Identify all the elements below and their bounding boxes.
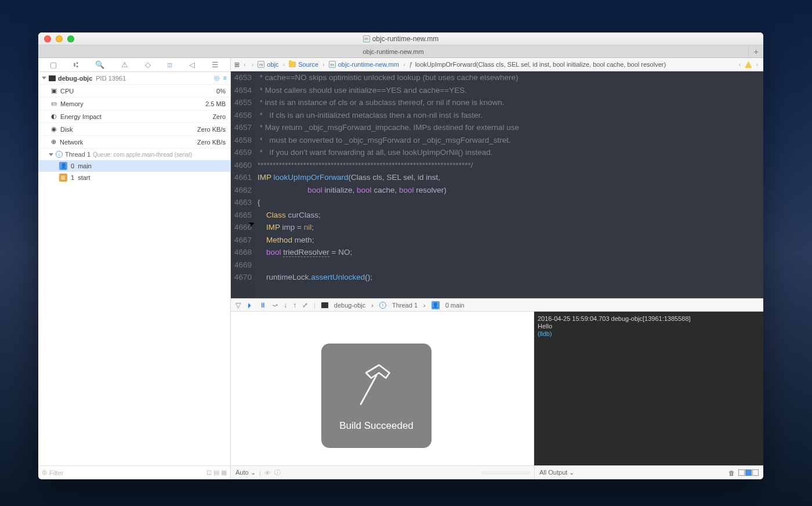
- console-line-1: 2016-04-25 15:59:04.703 debug-objc[13961…: [538, 315, 691, 322]
- code-text[interactable]: * cache==NO skips optimistic unlocked lo…: [255, 71, 763, 298]
- forward-icon[interactable]: ›: [250, 61, 256, 68]
- debug-frame[interactable]: 0 main: [445, 302, 465, 309]
- memory-label: Memory: [60, 100, 84, 107]
- step-out-icon[interactable]: ↑: [293, 301, 296, 309]
- add-tab-button[interactable]: +: [748, 47, 763, 56]
- jump-bar: ⊞ ‹ › m objc › Source › m objc-runtime-n…: [231, 58, 763, 71]
- frame-name: start: [78, 174, 90, 181]
- memory-icon: ▭: [51, 100, 57, 107]
- bottom-bar: Auto ⌄ | 👁 ⓘ All Output ⌄ 🗑: [231, 465, 763, 479]
- breakpoints-icon[interactable]: ⏵: [246, 301, 253, 309]
- editor-column: ⊞ ‹ › m objc › Source › m objc-runtime-n…: [231, 58, 763, 479]
- jump-project[interactable]: objc: [267, 61, 278, 68]
- toast-message: Build Succeeded: [339, 420, 414, 432]
- process-header[interactable]: debug-objc PID 13961 ◎ ≡: [38, 72, 230, 85]
- pane-toggle[interactable]: [738, 469, 759, 476]
- debug-bar: ▽ ⏵ ⏸ ⤻ ↓ ↑ ⤢ | debug-objc › i Thread 1 …: [231, 298, 763, 312]
- filter-opt-3-icon[interactable]: ▦: [221, 469, 227, 476]
- jump-folder[interactable]: Source: [298, 61, 318, 68]
- console-line-2: Hello: [538, 323, 552, 330]
- network-icon: ⊕: [51, 138, 56, 146]
- hammer-icon: [350, 360, 403, 412]
- debug-navigator: ▢ ⑆ 🔍 ⚠ ◇ ⎅ ◁ ☰ debug-objc PID 13961 ◎ ≡: [38, 58, 231, 479]
- thread-queue: Queue: com.apple.main-thread (serial): [93, 151, 192, 158]
- console-view[interactable]: 2016-04-25 15:59:04.703 debug-objc[13961…: [534, 312, 763, 465]
- view-debug-icon[interactable]: ⤢: [302, 301, 308, 309]
- network-label: Network: [60, 139, 83, 146]
- navigator-selector: ▢ ⑆ 🔍 ⚠ ◇ ⎅ ◁ ☰: [38, 58, 230, 72]
- disk-label: Disk: [60, 126, 72, 133]
- variables-footer: Auto ⌄ | 👁 ⓘ: [231, 466, 534, 479]
- file-icon: m: [329, 61, 336, 68]
- terminal-icon: [49, 75, 56, 81]
- console-footer: All Output ⌄ 🗑: [534, 466, 763, 479]
- jump-symbol[interactable]: lookUpImpOrForward(Class cls, SEL sel, i…: [415, 61, 666, 68]
- thread-label: Thread 1: [65, 151, 90, 158]
- build-succeeded-toast: Build Succeeded: [321, 344, 432, 448]
- filter-opt-2-icon[interactable]: ▤: [213, 469, 219, 476]
- debug-nav-icon[interactable]: ⎅: [168, 60, 172, 69]
- code-editor[interactable]: ➤ 4653 4654 4655 4656 4657 4658 4659 466…: [231, 71, 763, 298]
- output-scope-selector[interactable]: All Output ⌄: [539, 469, 574, 476]
- energy-icon: ◐: [51, 113, 57, 120]
- title-text: objc-runtime-new.mm: [372, 35, 439, 43]
- stack-frame-0[interactable]: 👤 0 main: [38, 160, 230, 172]
- line-gutter: 4653 4654 4655 4656 4657 4658 4659 4660 …: [231, 71, 255, 298]
- next-issue-icon[interactable]: ›: [754, 61, 760, 68]
- window-title: m objc-runtime-new.mm: [38, 35, 763, 43]
- network-value: Zero KB/s: [197, 139, 226, 146]
- thread-icon: i: [56, 151, 63, 158]
- warning-nav-icon[interactable]: ⚠: [121, 60, 128, 69]
- stack-frame-1[interactable]: ⊞ 1 start: [38, 172, 230, 183]
- trash-icon[interactable]: 🗑: [728, 469, 735, 476]
- related-items-icon[interactable]: ⊞: [234, 61, 240, 68]
- network-row[interactable]: ⊕Network Zero KB/s: [38, 136, 230, 149]
- list-icon[interactable]: ≡: [223, 74, 227, 82]
- process-name: debug-objc: [58, 75, 92, 82]
- memory-value: 2.5 MB: [205, 100, 226, 107]
- target-icon[interactable]: ◎: [214, 74, 220, 82]
- quicklook-icon[interactable]: 👁: [264, 469, 271, 476]
- cpu-row[interactable]: ▣CPU 0%: [38, 85, 230, 97]
- thread-row[interactable]: i Thread 1 Queue: com.apple.main-thread …: [38, 149, 230, 160]
- variables-filter-input[interactable]: [482, 472, 530, 474]
- prev-issue-icon[interactable]: ‹: [737, 61, 743, 68]
- test-nav-icon[interactable]: ◇: [145, 60, 151, 69]
- report-nav-icon[interactable]: ☰: [212, 60, 219, 69]
- hierarchy-nav-icon[interactable]: ⑆: [74, 60, 78, 69]
- step-over-icon[interactable]: ⤻: [272, 301, 278, 309]
- info-icon[interactable]: ⓘ: [274, 468, 281, 477]
- system-frame-icon: ⊞: [59, 174, 67, 182]
- debug-process[interactable]: debug-objc: [334, 302, 365, 309]
- disclosure-triangle-icon[interactable]: [49, 153, 53, 156]
- cpu-label: CPU: [60, 88, 74, 95]
- warning-icon[interactable]: [745, 61, 752, 68]
- folder-icon: [289, 62, 296, 67]
- step-into-icon[interactable]: ↓: [284, 301, 287, 309]
- search-nav-icon[interactable]: 🔍: [95, 60, 104, 69]
- cpu-value: 0%: [216, 88, 226, 95]
- cpu-icon: ▣: [51, 87, 57, 95]
- filter-bar: ⊜ Filter ⊡ ▤ ▦: [38, 465, 230, 479]
- filter-opt-1-icon[interactable]: ⊡: [206, 469, 212, 476]
- folder-nav-icon[interactable]: ▢: [50, 60, 57, 69]
- frame-index: 0: [71, 162, 74, 169]
- debug-thread[interactable]: Thread 1: [392, 302, 418, 309]
- project-icon: m: [258, 61, 264, 68]
- disk-row[interactable]: ◉Disk Zero KB/s: [38, 123, 230, 136]
- disk-value: Zero KB/s: [197, 126, 226, 133]
- frame-name: main: [78, 162, 92, 169]
- tab-active[interactable]: objc-runtime-new.mm: [38, 48, 748, 55]
- breakpoint-nav-icon[interactable]: ◁: [189, 60, 195, 69]
- memory-row[interactable]: ▭Memory 2.5 MB: [38, 97, 230, 110]
- filter-menu-icon[interactable]: ⊜: [42, 469, 47, 476]
- console-prompt: (lldb): [538, 330, 552, 337]
- jump-file[interactable]: objc-runtime-new.mm: [338, 61, 399, 68]
- hide-debug-icon[interactable]: ▽: [235, 301, 241, 309]
- disclosure-triangle-icon[interactable]: [42, 77, 46, 79]
- continue-icon[interactable]: ⏸: [259, 301, 266, 309]
- back-icon[interactable]: ‹: [242, 61, 248, 68]
- auto-scope-selector[interactable]: Auto ⌄: [235, 469, 256, 476]
- energy-row[interactable]: ◐Energy Impact Zero: [38, 110, 230, 123]
- filter-placeholder[interactable]: Filter: [49, 469, 63, 476]
